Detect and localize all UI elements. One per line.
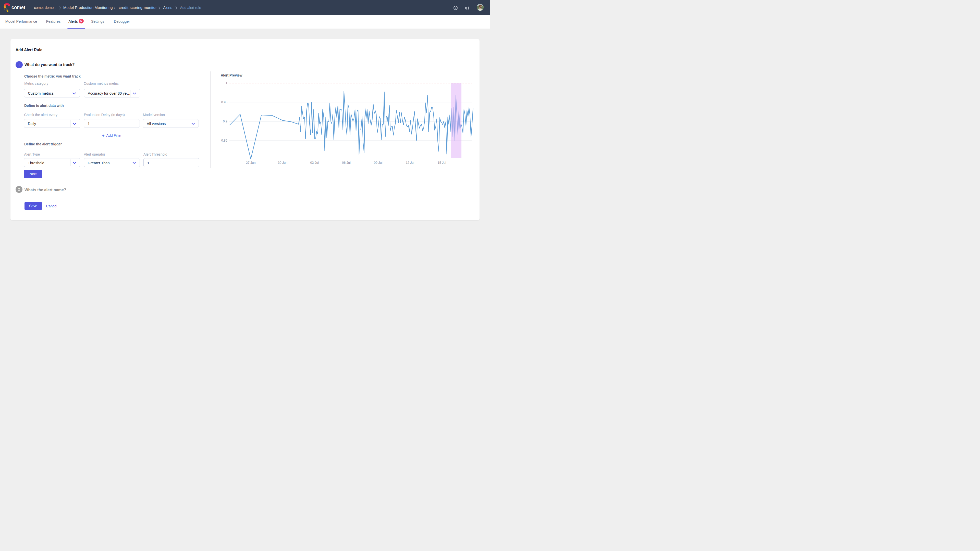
svg-text:?: ? xyxy=(455,6,456,10)
svg-text:12 Jul: 12 Jul xyxy=(406,161,414,165)
svg-text:27 Jun: 27 Jun xyxy=(246,161,256,165)
svg-text:1: 1 xyxy=(226,81,228,85)
svg-text:0.9: 0.9 xyxy=(223,120,228,123)
svg-text:06 Jul: 06 Jul xyxy=(342,161,350,165)
svg-text:15 Jul: 15 Jul xyxy=(438,161,446,165)
svg-text:30 Jun: 30 Jun xyxy=(278,161,288,165)
svg-text:0.85: 0.85 xyxy=(221,139,228,142)
svg-text:0.95: 0.95 xyxy=(221,100,228,104)
svg-text:09 Jul: 09 Jul xyxy=(374,161,382,165)
svg-text:03 Jul: 03 Jul xyxy=(310,161,319,165)
